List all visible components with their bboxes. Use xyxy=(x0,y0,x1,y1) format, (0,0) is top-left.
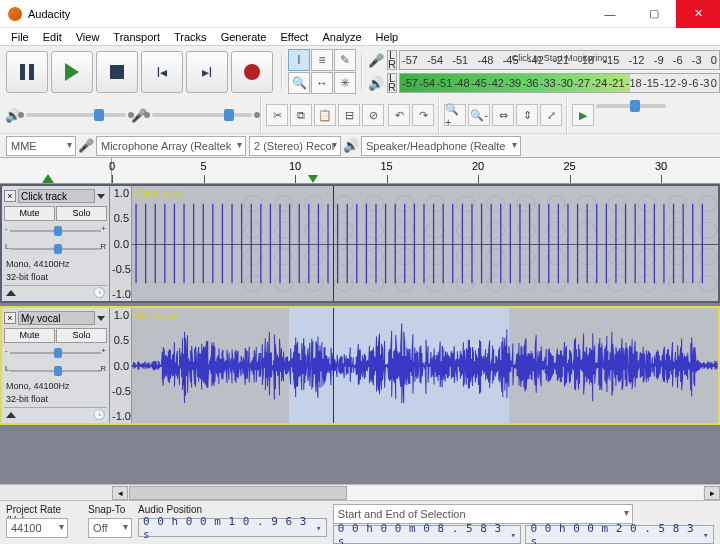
title-bar: Audacity — ▢ ✕ xyxy=(0,0,720,28)
draw-tool[interactable]: ✎ xyxy=(334,49,356,71)
menu-file[interactable]: File xyxy=(4,29,36,45)
collapse-button[interactable] xyxy=(6,412,16,418)
recording-meter[interactable]: -57-54-51-48-45-42 Click to Start Monito… xyxy=(399,50,720,70)
window-title: Audacity xyxy=(28,8,70,20)
menu-edit[interactable]: Edit xyxy=(36,29,69,45)
recording-device-combo[interactable]: Microphone Array (Realtek xyxy=(96,136,246,156)
selection-tool[interactable]: I xyxy=(288,49,310,71)
fit-selection-button[interactable]: ⇔ xyxy=(492,104,514,126)
play-button[interactable] xyxy=(51,51,93,93)
speaker-device-icon: 🔊 xyxy=(344,139,358,153)
menu-tracks[interactable]: Tracks xyxy=(167,29,214,45)
minimize-button[interactable]: — xyxy=(588,0,632,28)
copy-button[interactable]: ⧉ xyxy=(290,104,312,126)
mute-button[interactable]: Mute xyxy=(4,328,55,343)
selection-mode-combo[interactable]: Start and End of Selection xyxy=(333,504,633,524)
mute-button[interactable]: Mute xyxy=(4,206,55,221)
menu-effect[interactable]: Effect xyxy=(274,29,316,45)
play-at-speed-button[interactable]: ▶ xyxy=(572,104,594,126)
menu-bar: File Edit View Transport Tracks Generate… xyxy=(0,28,720,46)
track-close-button[interactable]: × xyxy=(4,190,16,202)
pan-slider[interactable]: LR xyxy=(10,366,101,376)
track-menu-button[interactable] xyxy=(97,194,105,199)
menu-help[interactable]: Help xyxy=(369,29,406,45)
svg-point-49 xyxy=(608,222,626,238)
skip-start-button[interactable]: I◂ xyxy=(141,51,183,93)
zoom-in-button[interactable]: 🔍+ xyxy=(444,104,466,126)
timeline-ruler[interactable]: 051015202530 xyxy=(0,158,720,184)
svg-point-52 xyxy=(638,196,656,212)
sync-lock-icon[interactable]: 🕓 xyxy=(93,287,105,298)
recording-volume-slider[interactable] xyxy=(152,113,252,117)
maximize-button[interactable]: ▢ xyxy=(632,0,676,28)
svg-point-32 xyxy=(487,196,505,212)
redo-button[interactable]: ↷ xyxy=(412,104,434,126)
scroll-left-button[interactable]: ◂ xyxy=(112,486,128,500)
horizontal-scrollbar[interactable]: ◂ ▸ xyxy=(0,484,720,500)
svg-point-53 xyxy=(638,222,656,238)
fit-project-button[interactable]: ⇕ xyxy=(516,104,538,126)
zoom-toggle-button[interactable]: ⤢ xyxy=(540,104,562,126)
svg-point-17 xyxy=(365,222,383,238)
silence-button[interactable]: ⊘ xyxy=(362,104,384,126)
track-close-button[interactable]: × xyxy=(4,312,16,324)
multi-tool[interactable]: ✳ xyxy=(334,72,356,94)
mixer-toolbar: 🔊 🎤 xyxy=(0,103,258,127)
cut-button[interactable]: ✂ xyxy=(266,104,288,126)
selection-end[interactable]: 0 0 h 0 0 m 2 0 . 5 8 3 s xyxy=(525,525,714,544)
menu-transport[interactable]: Transport xyxy=(106,29,167,45)
playback-device-combo[interactable]: Speaker/Headphone (Realte xyxy=(361,136,521,156)
scroll-thumb[interactable] xyxy=(129,486,347,500)
device-toolbar: MME 🎤 Microphone Array (Realtek 2 (Stere… xyxy=(0,133,720,157)
track-name[interactable]: My vocal xyxy=(18,311,95,325)
collapse-button[interactable] xyxy=(6,290,16,296)
playback-meter[interactable]: -57-54-51-48-45-42-39-36-33-30-27-24-21-… xyxy=(399,73,720,93)
speaker-icon[interactable]: 🔊 xyxy=(368,75,384,91)
track-menu-button[interactable] xyxy=(97,316,105,321)
svg-point-10 xyxy=(305,249,323,265)
gain-slider[interactable]: -+ xyxy=(10,348,101,358)
scroll-right-button[interactable]: ▸ xyxy=(704,486,720,500)
pin-playhead-icon[interactable] xyxy=(42,174,54,183)
menu-generate[interactable]: Generate xyxy=(214,29,274,45)
record-button[interactable] xyxy=(231,51,273,93)
menu-analyze[interactable]: Analyze xyxy=(315,29,368,45)
solo-button[interactable]: Solo xyxy=(56,328,107,343)
mic-icon[interactable]: 🎤 xyxy=(368,52,384,68)
svg-point-11 xyxy=(305,275,323,291)
svg-point-58 xyxy=(668,249,686,265)
recording-channels-combo[interactable]: 2 (Stereo) Recor xyxy=(249,136,341,156)
paste-button[interactable]: 📋 xyxy=(314,104,336,126)
audio-host-combo[interactable]: MME xyxy=(6,136,76,156)
svg-point-56 xyxy=(668,196,686,212)
waveform-click-track[interactable]: Click track xyxy=(132,186,718,301)
stop-button[interactable] xyxy=(96,51,138,93)
zoom-tool[interactable]: 🔍 xyxy=(288,72,310,94)
track-name[interactable]: Click track xyxy=(18,189,95,203)
project-rate-combo[interactable]: 44100 xyxy=(6,518,68,538)
selection-start[interactable]: 0 0 h 0 0 m 0 8 . 5 8 3 s xyxy=(333,525,522,544)
envelope-tool[interactable]: ≡ xyxy=(311,49,333,71)
menu-view[interactable]: View xyxy=(69,29,107,45)
skip-end-button[interactable]: ▸I xyxy=(186,51,228,93)
sync-lock-icon[interactable]: 🕓 xyxy=(93,409,105,420)
playback-speed-slider[interactable] xyxy=(596,104,666,108)
solo-button[interactable]: Solo xyxy=(56,206,107,221)
pause-button[interactable] xyxy=(6,51,48,93)
gain-slider[interactable]: -+ xyxy=(10,226,101,236)
undo-button[interactable]: ↶ xyxy=(388,104,410,126)
pan-slider[interactable]: LR xyxy=(10,244,101,254)
close-button[interactable]: ✕ xyxy=(676,0,720,28)
playback-volume-slider[interactable] xyxy=(26,113,126,117)
svg-point-2 xyxy=(244,249,262,265)
svg-point-42 xyxy=(547,249,565,265)
svg-point-27 xyxy=(426,275,444,291)
snap-to-combo[interactable]: Off xyxy=(88,518,132,538)
zoom-out-button[interactable]: 🔍- xyxy=(468,104,490,126)
audio-position[interactable]: 0 0 h 0 0 m 1 0 . 9 6 3 s xyxy=(138,518,327,537)
svg-point-34 xyxy=(487,249,505,265)
undo-toolbar: ↶ ↷ xyxy=(386,102,436,128)
timeshift-tool[interactable]: ↔ xyxy=(311,72,333,94)
trim-button[interactable]: ⊟ xyxy=(338,104,360,126)
waveform-vocal-track[interactable]: My vocal xyxy=(132,308,718,423)
